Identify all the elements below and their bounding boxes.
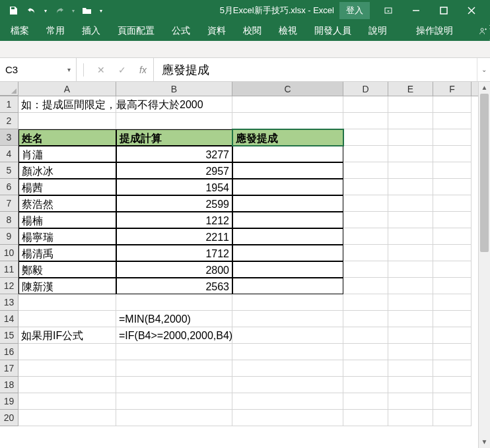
cell[interactable]: 陳新漢 bbox=[18, 278, 116, 294]
tab-file[interactable]: 檔案 bbox=[8, 24, 32, 38]
cell[interactable] bbox=[433, 410, 472, 426]
cell[interactable]: 提成計算 bbox=[116, 129, 232, 146]
cell[interactable] bbox=[232, 195, 343, 212]
cell[interactable] bbox=[232, 311, 343, 327]
cell[interactable] bbox=[343, 195, 388, 212]
row-header[interactable]: 4 bbox=[0, 146, 18, 162]
cell[interactable] bbox=[343, 393, 388, 410]
cell[interactable]: 如果用IF公式 bbox=[18, 327, 116, 344]
row-header[interactable]: 11 bbox=[0, 261, 18, 278]
undo-dropdown[interactable]: ▾ bbox=[42, 3, 49, 18]
cell[interactable] bbox=[116, 410, 232, 426]
name-box-dropdown[interactable]: ▾ bbox=[67, 66, 71, 73]
scroll-up-button[interactable]: ▲ bbox=[479, 82, 490, 94]
cell[interactable] bbox=[232, 327, 343, 344]
name-box[interactable]: C3 ▾ bbox=[0, 58, 77, 81]
cell[interactable]: 楊楠 bbox=[18, 212, 116, 228]
login-button[interactable]: 登入 bbox=[339, 2, 370, 19]
cell[interactable] bbox=[18, 393, 116, 410]
cell[interactable] bbox=[116, 344, 232, 360]
cell[interactable] bbox=[433, 212, 472, 228]
cell[interactable] bbox=[232, 113, 343, 129]
row-header[interactable]: 16 bbox=[0, 344, 18, 360]
cell[interactable]: 應發提成 bbox=[232, 129, 343, 146]
cell[interactable] bbox=[116, 393, 232, 410]
save-button[interactable] bbox=[5, 3, 21, 18]
cell[interactable] bbox=[116, 96, 232, 113]
cell[interactable] bbox=[232, 146, 343, 162]
cell[interactable] bbox=[343, 377, 388, 393]
close-button[interactable] bbox=[458, 1, 485, 20]
cell[interactable]: =MIN(B4,2000) bbox=[116, 311, 232, 327]
cell[interactable] bbox=[18, 344, 116, 360]
tab-page-layout[interactable]: 頁面配置 bbox=[115, 24, 157, 38]
cell[interactable]: 2211 bbox=[116, 228, 232, 245]
row-header[interactable]: 18 bbox=[0, 377, 18, 393]
tab-view[interactable]: 檢視 bbox=[276, 24, 300, 38]
undo-button[interactable] bbox=[24, 3, 40, 18]
row-header[interactable]: 2 bbox=[0, 113, 18, 129]
cell[interactable] bbox=[18, 360, 116, 377]
cell[interactable] bbox=[232, 179, 343, 195]
row-header[interactable]: 9 bbox=[0, 228, 18, 245]
maximize-button[interactable] bbox=[431, 1, 457, 20]
share-button[interactable]: 共用 bbox=[479, 19, 490, 43]
row-header[interactable]: 14 bbox=[0, 311, 18, 327]
cell[interactable] bbox=[232, 410, 343, 426]
cell[interactable] bbox=[18, 113, 116, 129]
cell[interactable] bbox=[388, 327, 433, 344]
cell[interactable] bbox=[433, 179, 472, 195]
open-dropdown[interactable]: ▾ bbox=[98, 3, 104, 18]
cell[interactable] bbox=[232, 212, 343, 228]
row-header[interactable]: 1 bbox=[0, 96, 18, 113]
cell[interactable] bbox=[232, 162, 343, 179]
cell[interactable] bbox=[116, 294, 232, 311]
cell[interactable] bbox=[433, 261, 472, 278]
cell[interactable] bbox=[388, 410, 433, 426]
cell[interactable] bbox=[18, 311, 116, 327]
cell[interactable] bbox=[433, 360, 472, 377]
cell[interactable] bbox=[388, 212, 433, 228]
cell[interactable]: 2563 bbox=[116, 278, 232, 294]
cell[interactable] bbox=[433, 228, 472, 245]
cell[interactable] bbox=[433, 129, 472, 146]
cell[interactable]: 蔡浩然 bbox=[18, 195, 116, 212]
cell[interactable] bbox=[433, 195, 472, 212]
col-header-D[interactable]: D bbox=[343, 82, 388, 96]
cell[interactable]: 肖瀟 bbox=[18, 146, 116, 162]
cell[interactable] bbox=[388, 344, 433, 360]
col-header-C[interactable]: C bbox=[232, 82, 343, 96]
tab-formulas[interactable]: 公式 bbox=[169, 24, 193, 38]
minimize-button[interactable] bbox=[403, 1, 429, 20]
cell[interactable] bbox=[433, 162, 472, 179]
row-header[interactable]: 13 bbox=[0, 294, 18, 311]
cell[interactable] bbox=[232, 228, 343, 245]
cell[interactable] bbox=[433, 377, 472, 393]
cell[interactable] bbox=[232, 278, 343, 294]
row-header[interactable]: 7 bbox=[0, 195, 18, 212]
cell[interactable] bbox=[343, 228, 388, 245]
cell[interactable] bbox=[433, 278, 472, 294]
col-header-A[interactable]: A bbox=[18, 82, 116, 96]
cell[interactable] bbox=[232, 360, 343, 377]
row-header[interactable]: 6 bbox=[0, 179, 18, 195]
cell[interactable] bbox=[232, 344, 343, 360]
row-header[interactable]: 12 bbox=[0, 278, 18, 294]
spreadsheet-grid[interactable]: A B C D E F 1如：提成區間限定，最高不得大於200023姓名提成計算… bbox=[0, 82, 478, 448]
row-header[interactable]: 8 bbox=[0, 212, 18, 228]
cell[interactable] bbox=[18, 294, 116, 311]
cell[interactable] bbox=[343, 146, 388, 162]
cell[interactable] bbox=[343, 410, 388, 426]
cell[interactable] bbox=[388, 261, 433, 278]
formula-input[interactable]: 應發提成 bbox=[154, 58, 477, 81]
ribbon-options-button[interactable] bbox=[375, 1, 402, 20]
cell[interactable] bbox=[116, 377, 232, 393]
cell[interactable]: 姓名 bbox=[18, 129, 116, 146]
cell[interactable] bbox=[388, 96, 433, 113]
scroll-thumb[interactable] bbox=[480, 94, 489, 252]
row-header[interactable]: 10 bbox=[0, 245, 18, 261]
cell[interactable]: 鄭毅 bbox=[18, 261, 116, 278]
cell[interactable] bbox=[232, 261, 343, 278]
col-header-B[interactable]: B bbox=[116, 82, 232, 96]
cell[interactable] bbox=[433, 294, 472, 311]
